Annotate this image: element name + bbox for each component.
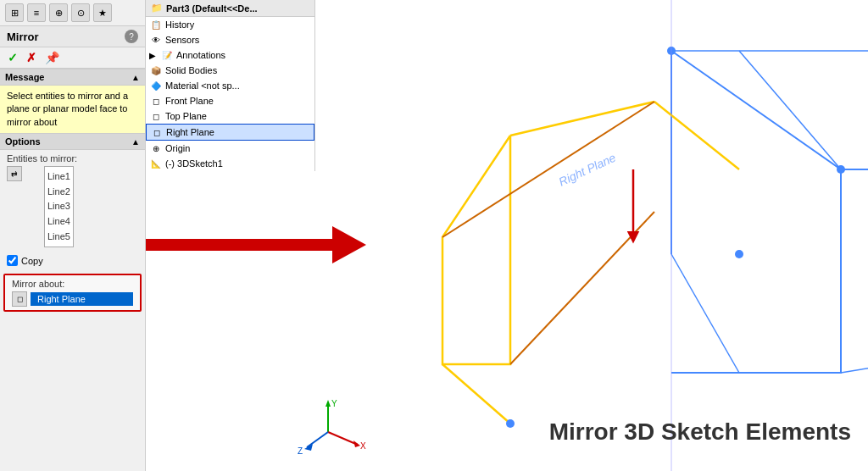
pin-button[interactable]: 📌 — [42, 50, 62, 65]
entities-icon: ⇄ — [7, 166, 22, 181]
annotations-arrow: ▶ — [149, 51, 158, 60]
svg-line-5 — [442, 364, 510, 424]
front-plane-icon: ◻ — [149, 94, 163, 108]
left-panel: ⊞ ≡ ⊕ ⊙ ★ Mirror ? ✓ ✗ 📌 Message ▲ Selec… — [0, 0, 146, 471]
toolbar-target-icon[interactable]: ⊙ — [71, 3, 90, 22]
toolbar-star-icon[interactable]: ★ — [93, 3, 112, 22]
svg-marker-24 — [304, 444, 313, 451]
mirror-about-icon: ◻ — [12, 291, 27, 307]
entities-list[interactable]: Line1 Line2 Line3 Line4 Line5 — [44, 166, 74, 247]
svg-point-12 — [735, 250, 743, 258]
tree-item-label: Sensors — [165, 35, 199, 45]
tree-item-material[interactable]: 🔷 Material <not sp... — [146, 78, 314, 93]
svg-line-20 — [328, 432, 358, 445]
solid-bodies-icon: 📦 — [149, 64, 163, 77]
tree-item-sensors[interactable]: 👁 Sensors — [146, 32, 314, 47]
arrow-head — [332, 226, 366, 263]
svg-line-2 — [841, 356, 868, 373]
copy-row: Copy — [0, 251, 145, 270]
message-text: Select entities to mirror and a plane or… — [0, 86, 145, 133]
top-plane-icon: ◻ — [149, 109, 163, 123]
svg-marker-21 — [353, 441, 360, 447]
message-section: Message ▲ Select entities to mirror and … — [0, 69, 145, 133]
annotations-icon: 📝 — [160, 48, 174, 62]
tree-item-right-plane[interactable]: ◻ Right Plane — [146, 124, 314, 141]
confirm-button[interactable]: ✓ — [5, 50, 20, 65]
svg-line-6 — [510, 102, 654, 136]
panel-header: Mirror ? — [0, 26, 145, 47]
panel-title: Mirror — [7, 30, 39, 43]
material-icon: 🔷 — [149, 79, 163, 92]
tree-icon: 📁 — [151, 3, 163, 14]
origin-icon: ⊕ — [149, 141, 163, 155]
right-area: 📁 Part3 (Default<<De... 📋 History 👁 Sens… — [146, 0, 868, 471]
svg-text:X: X — [360, 441, 366, 451]
tree-header: 📁 Part3 (Default<<De... — [146, 0, 314, 17]
action-bar: ✓ ✗ 📌 — [0, 47, 145, 69]
tree-item-label: Front Plane — [165, 96, 214, 106]
tree-item-origin[interactable]: ⊕ Origin — [146, 141, 314, 156]
help-icon[interactable]: ? — [125, 30, 138, 43]
message-collapse-icon[interactable]: ▲ — [131, 73, 140, 82]
tree-item-3dsketch1[interactable]: 📐 (-) 3DSketch1 — [146, 156, 314, 171]
tree-root-label: Part3 (Default<<De... — [166, 3, 258, 14]
mirror-about-section: Mirror about: ◻ Right Plane — [3, 274, 142, 312]
tree-item-label: Origin — [165, 143, 190, 153]
sensors-icon: 👁 — [149, 33, 163, 47]
svg-text:Y: Y — [331, 399, 337, 408]
copy-checkbox[interactable] — [7, 255, 18, 266]
options-collapse-icon[interactable]: ▲ — [131, 137, 140, 147]
toolbar-grid-icon[interactable]: ⊞ — [5, 3, 24, 22]
svg-text:Right Plane: Right Plane — [557, 151, 619, 189]
svg-line-4 — [671, 254, 739, 373]
feature-tree: 📁 Part3 (Default<<De... 📋 History 👁 Sens… — [146, 0, 315, 171]
list-item: Line3 — [47, 199, 70, 214]
mirror-direction-arrow — [146, 226, 366, 263]
mirror-about-value[interactable]: Right Plane — [31, 292, 133, 306]
tree-item-front-plane[interactable]: ◻ Front Plane — [146, 93, 314, 108]
svg-line-23 — [307, 432, 328, 447]
list-item: Line4 — [47, 214, 70, 230]
history-icon: 📋 — [149, 18, 163, 31]
toolbar: ⊞ ≡ ⊕ ⊙ ★ — [0, 0, 145, 26]
tree-item-label: History — [165, 19, 194, 30]
tree-item-label: Top Plane — [165, 111, 207, 121]
tree-item-label: Solid Bodies — [165, 65, 217, 75]
tree-item-label: (-) 3DSketch1 — [165, 158, 223, 169]
arrow-shaft — [146, 239, 332, 251]
toolbar-merge-icon[interactable]: ⊕ — [49, 3, 68, 22]
svg-point-13 — [837, 165, 845, 174]
options-content: Entities to mirror: ⇄ Line1 Line2 Line3 … — [0, 150, 145, 251]
mirror-about-row: ◻ Right Plane — [12, 291, 133, 307]
mirror-about-label: Mirror about: — [12, 279, 133, 289]
message-section-label: Message — [5, 72, 44, 82]
svg-marker-18 — [326, 400, 331, 407]
svg-line-7 — [654, 102, 739, 169]
list-item: Line5 — [47, 230, 70, 245]
tree-item-top-plane[interactable]: ◻ Top Plane — [146, 108, 314, 124]
message-section-header: Message ▲ — [0, 69, 145, 86]
svg-line-3 — [739, 51, 841, 169]
list-item: Line1 — [47, 169, 70, 185]
svg-line-8 — [442, 102, 654, 237]
tree-item-label: Annotations — [176, 50, 225, 60]
cancel-button[interactable]: ✗ — [24, 50, 39, 65]
entities-label: Entities to mirror: — [7, 153, 138, 163]
svg-text:Z: Z — [298, 446, 303, 456]
options-section: Options ▲ Entities to mirror: ⇄ Line1 Li… — [0, 133, 145, 270]
tree-item-label: Right Plane — [166, 127, 214, 137]
svg-point-14 — [506, 419, 515, 428]
options-section-header: Options ▲ — [0, 133, 145, 150]
list-item: Line2 — [47, 185, 70, 200]
options-section-label: Options — [5, 136, 41, 147]
tree-item-label: Material <not sp... — [165, 80, 240, 91]
toolbar-list-icon[interactable]: ≡ — [27, 3, 46, 22]
copy-label: Copy — [21, 256, 43, 266]
tree-item-history[interactable]: 📋 History — [146, 17, 314, 32]
sketch-icon: 📐 — [149, 157, 163, 170]
tree-item-annotations[interactable]: ▶ 📝 Annotations — [146, 47, 314, 63]
right-plane-icon: ◻ — [150, 125, 164, 139]
canvas-label: Mirror 3D Sketch Elements — [549, 418, 851, 446]
tree-item-solid-bodies[interactable]: 📦 Solid Bodies — [146, 63, 314, 78]
